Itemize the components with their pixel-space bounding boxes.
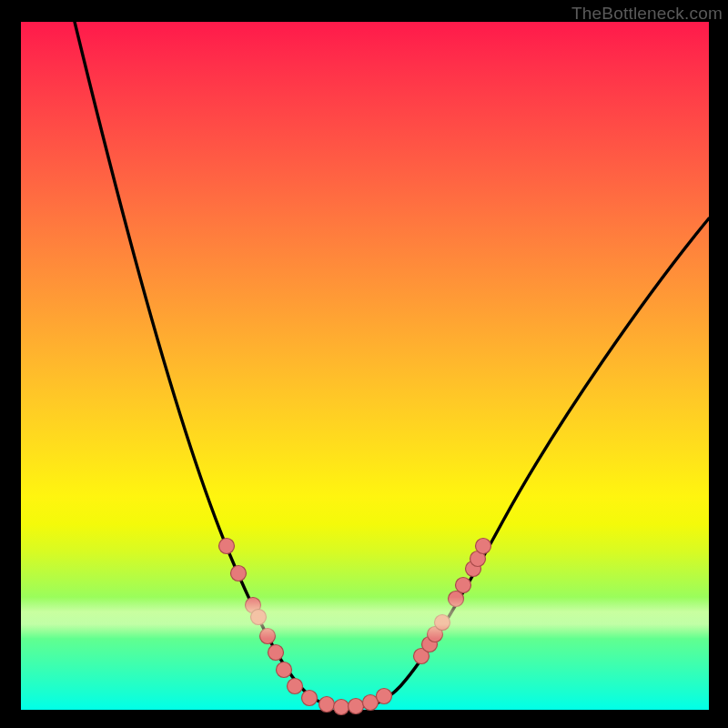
data-marker [377,689,392,704]
chart-frame: TheBottleneck.com [0,0,728,728]
data-marker [260,629,276,644]
watermark-text: TheBottleneck.com [571,4,723,24]
plot-area [21,22,709,710]
markers-group [219,539,491,715]
data-marker [456,578,471,593]
data-marker [268,645,284,661]
data-marker [319,697,335,713]
data-marker [251,610,267,625]
data-marker [334,700,349,715]
data-marker [476,539,491,554]
data-marker [231,566,247,581]
series-group [75,22,709,707]
curve-bottleneck-curve [75,22,709,707]
data-marker [288,679,303,694]
data-marker [277,662,292,678]
data-marker [219,539,235,554]
data-marker [435,615,450,631]
data-marker [363,695,379,711]
data-marker [302,691,318,706]
curve-layer [21,22,709,710]
data-marker [349,699,364,714]
data-marker [449,592,464,607]
